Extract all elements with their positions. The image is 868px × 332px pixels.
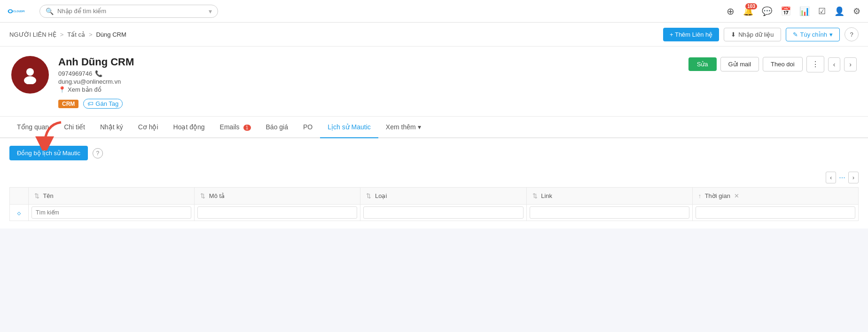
xem-them-dropdown-icon: ▾ [418, 123, 421, 131]
import-icon: ⬇ [731, 31, 736, 38]
breadcrumb-bar: NGƯỜI LIÊN HỆ > Tất cả > Dùng CRM + Thêm… [0, 23, 868, 47]
calendar-icon[interactable]: 📅 [781, 6, 791, 16]
contact-info: Anh Dũng CRM 0974969746 📞 dung.vu@online… [58, 56, 679, 109]
chart-icon[interactable]: 📊 [799, 6, 810, 16]
customize-dropdown-icon: ▾ [829, 31, 833, 38]
th-ten[interactable]: ⇅ Tên [29, 188, 195, 205]
tab-po[interactable]: PO [296, 117, 320, 138]
mautic-history-table: ⇅ Tên ⇅ Mô tả ⇅ Loại ⇅ Link ↑ Thời gia [9, 187, 859, 221]
contact-card: Anh Dũng CRM 0974969746 📞 dung.vu@online… [0, 47, 868, 117]
svg-text:CLOUDPRO: CLOUDPRO [13, 9, 24, 12]
crm-tag: CRM [58, 100, 78, 108]
filter-row: ⬦ [10, 205, 859, 221]
prev-page-button[interactable]: ‹ [826, 172, 836, 183]
user-icon[interactable]: 👤 [834, 6, 845, 16]
tab-hoat-dong[interactable]: Hoạt động [166, 117, 212, 138]
breadcrumb-root[interactable]: NGƯỜI LIÊN HỆ [9, 31, 56, 38]
filter-mo-ta-input[interactable] [197, 206, 357, 219]
tab-nhat-ky[interactable]: Nhật ký [93, 117, 131, 138]
filter-link-input[interactable] [530, 206, 689, 219]
tab-co-hoi[interactable]: Cơ hội [131, 117, 166, 138]
sort-loai-icon: ⇅ [366, 192, 371, 199]
breadcrumb-parent[interactable]: Tất cả [67, 31, 85, 38]
sort-mo-ta-icon: ⇅ [200, 192, 205, 199]
tab-lich-su-mautic[interactable]: Lịch sử Mautic [320, 117, 378, 138]
breadcrumb-current: Dùng CRM [96, 31, 126, 38]
notification-badge: 103 [745, 3, 757, 9]
add-contact-button[interactable]: + Thêm Liên hệ [663, 28, 719, 41]
filter-loai-input[interactable] [363, 206, 523, 219]
sort-ten-icon: ⇅ [34, 192, 39, 199]
nav-icons: ⊕ 🔔 103 💬 📅 📊 ☑ 👤 ⚙ [727, 6, 860, 17]
tab-emails[interactable]: Emails 1 [212, 117, 258, 138]
toolbar-row: Đồng bộ lịch sử Mautic ? [9, 146, 859, 160]
avatar [11, 56, 49, 94]
contact-email-row: dung.vu@onlinecrm.vn [58, 78, 679, 85]
help-icon[interactable]: ? [93, 148, 103, 158]
contact-actions: Sửa Gửi mail Theo doi ⋮ ‹ › [688, 56, 857, 72]
search-input[interactable] [57, 8, 205, 15]
customize-button[interactable]: ✎ Tùy chỉnh ▾ [786, 28, 840, 41]
logo: CLOUDPRO [8, 3, 24, 20]
chat-icon[interactable]: 💬 [762, 6, 772, 16]
filter-submit-icon[interactable]: ⬦ [16, 208, 22, 217]
filter-thoi-gian-cell[interactable] [692, 205, 858, 221]
th-loai[interactable]: ⇅ Loại [360, 188, 526, 205]
tasks-icon[interactable]: ☑ [818, 6, 826, 16]
sync-mautic-button[interactable]: Đồng bộ lịch sử Mautic [9, 146, 88, 160]
customize-icon: ✎ [793, 31, 798, 38]
add-tag-button[interactable]: 🏷 Gán Tag [83, 99, 123, 109]
navbar: CLOUDPRO 🔍 ▾ ⊕ 🔔 103 💬 📅 📊 ☑ 👤 ⚙ [0, 0, 868, 23]
th-checkbox [10, 188, 29, 205]
prev-contact-button[interactable]: ‹ [828, 57, 841, 71]
filter-ten-input[interactable] [31, 206, 191, 219]
more-pages-button[interactable]: ··· [839, 174, 845, 182]
send-mail-button[interactable]: Gửi mail [720, 57, 759, 71]
more-options-button[interactable]: ⋮ [806, 56, 824, 72]
map-icon: 📍 [58, 86, 66, 93]
help-button[interactable]: ? [845, 27, 859, 41]
breadcrumb-sep1: > [60, 31, 64, 38]
sort-thoi-gian-icon: ↑ [698, 192, 702, 199]
contact-email: dung.vu@onlinecrm.vn [58, 78, 121, 85]
notification-icon[interactable]: 🔔 103 [743, 6, 753, 16]
filter-ten-cell[interactable] [29, 205, 195, 221]
filter-thoi-gian-input[interactable] [696, 206, 855, 219]
th-mo-ta[interactable]: ⇅ Mô tả [195, 188, 360, 205]
filter-loai-cell[interactable] [360, 205, 526, 221]
content-area: Đồng bộ lịch sử Mautic ? ‹ ··· › ⇅ Tên ⇅… [0, 138, 868, 229]
contact-phone: 0974969746 [58, 70, 92, 77]
map-link[interactable]: 📍 Xem bản đồ [58, 86, 679, 93]
table-pagination: ‹ ··· › [9, 168, 859, 187]
search-icon: 🔍 [46, 8, 54, 15]
tab-bao-gia[interactable]: Báo giá [258, 117, 296, 138]
next-page-button[interactable]: › [848, 172, 859, 183]
dropdown-icon: ▾ [209, 8, 212, 15]
import-data-button[interactable]: ⬇ Nhập dữ liệu [724, 28, 781, 41]
tab-xem-them[interactable]: Xem thêm ▾ [378, 117, 429, 138]
tabs-bar: Tổng quan Chi tiết Nhật ký Cơ hội Hoạt đ… [0, 117, 868, 138]
breadcrumb-actions: + Thêm Liên hệ ⬇ Nhập dữ liệu ✎ Tùy chỉn… [663, 27, 859, 41]
filter-arrow-cell[interactable]: ⬦ [10, 205, 29, 221]
search-bar[interactable]: 🔍 ▾ [39, 5, 218, 18]
phone-icon: 📞 [95, 70, 102, 77]
follow-button[interactable]: Theo doi [763, 57, 803, 71]
th-link[interactable]: ⇅ Link [526, 188, 692, 205]
filter-mo-ta-cell[interactable] [195, 205, 360, 221]
close-thoi-gian-icon[interactable]: ✕ [734, 192, 739, 199]
svg-point-4 [24, 76, 36, 84]
sort-link-icon: ⇅ [532, 192, 538, 199]
breadcrumb-sep2: > [89, 31, 93, 38]
contact-name: Anh Dũng CRM [58, 56, 679, 68]
th-thoi-gian[interactable]: ↑ Thời gian ✕ [692, 188, 858, 205]
tags-row: CRM 🏷 Gán Tag [58, 99, 679, 109]
tab-chi-tiet[interactable]: Chi tiết [56, 117, 93, 138]
table-header-row: ⇅ Tên ⇅ Mô tả ⇅ Loại ⇅ Link ↑ Thời gia [10, 188, 859, 205]
tab-tong-quan[interactable]: Tổng quan [9, 117, 56, 138]
edit-button[interactable]: Sửa [688, 57, 717, 71]
settings-icon[interactable]: ⚙ [853, 6, 860, 16]
next-contact-button[interactable]: › [844, 57, 857, 71]
filter-link-cell[interactable] [526, 205, 692, 221]
tag-icon: 🏷 [87, 100, 94, 107]
add-icon[interactable]: ⊕ [727, 6, 735, 17]
